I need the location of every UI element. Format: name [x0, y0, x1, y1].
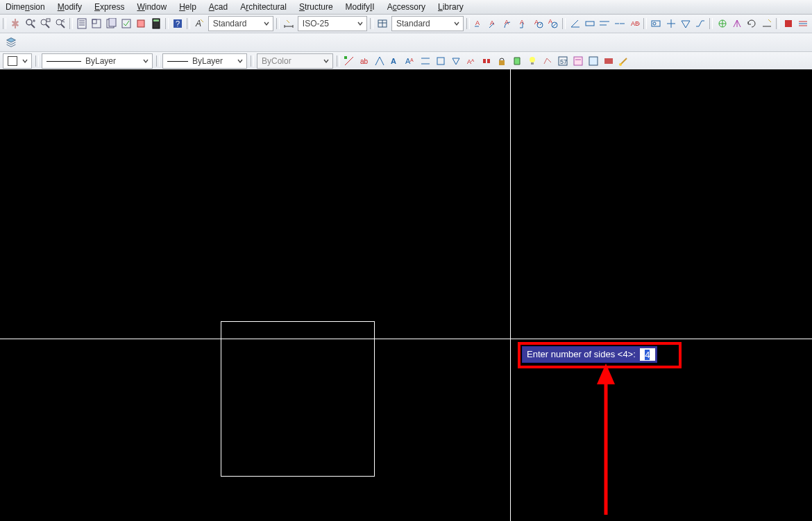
jogged-icon[interactable]	[695, 17, 707, 30]
zoom-realtime-icon[interactable]	[24, 17, 36, 30]
menu-express[interactable]: Express	[94, 2, 124, 12]
svg-point-0	[26, 19, 32, 25]
dim-radius-icon[interactable]: A	[532, 17, 544, 30]
tool-9-icon[interactable]: A^	[465, 55, 477, 67]
tool-14-icon[interactable]	[541, 55, 554, 67]
lineweight-combo[interactable]: ByLayer	[162, 53, 247, 69]
svg-text:?: ?	[176, 19, 180, 28]
tool-5-icon[interactable]: AA	[404, 55, 416, 67]
textstyle-icon[interactable]: A	[193, 17, 205, 30]
layers-stack-icon[interactable]	[3, 35, 19, 50]
divider	[187, 15, 191, 33]
help-icon[interactable]: ?	[171, 17, 183, 30]
divider	[164, 15, 169, 33]
markup-icon[interactable]	[135, 17, 147, 30]
svg-rect-71	[499, 60, 505, 65]
plotstyle-combo[interactable]: ByColor	[257, 53, 333, 69]
zoom-window-icon[interactable]	[40, 17, 51, 30]
tool-17-icon[interactable]	[587, 55, 600, 67]
svg-point-72	[530, 57, 535, 62]
menu-structure[interactable]: Structure	[299, 2, 333, 12]
calc-icon[interactable]	[150, 17, 162, 30]
menubar: Dimension Modify Express Window Help Aca…	[0, 0, 812, 15]
svg-rect-17	[122, 19, 130, 28]
linetype-sample	[46, 61, 81, 62]
tool-12-icon[interactable]	[511, 55, 523, 67]
dim-arc-icon[interactable]: A	[503, 17, 515, 30]
linetype-combo[interactable]: ByLayer	[42, 53, 153, 69]
divider	[709, 15, 713, 33]
dynamic-input-prompt: Enter number of sides <4>:	[522, 346, 657, 363]
color-combo[interactable]	[3, 53, 32, 69]
zoom-previous-icon[interactable]	[54, 17, 66, 30]
dim-linear-icon[interactable]: A	[473, 17, 485, 30]
divider	[643, 15, 648, 33]
tablestyle-combo-text: Standard	[396, 19, 449, 28]
menu-architectural[interactable]: Architectural	[240, 2, 287, 12]
tolerance-icon[interactable]	[650, 17, 662, 30]
center-mark-icon[interactable]	[665, 17, 677, 30]
svg-rect-73	[531, 62, 534, 65]
menu-window[interactable]: Window	[137, 2, 167, 12]
tool-8-icon[interactable]	[450, 55, 462, 67]
toolbar-row-1: ? A Standard ISO-25 Standard A A A A A A…	[0, 15, 812, 33]
dim-quick-icon[interactable]	[584, 17, 595, 30]
dimstyle-icon[interactable]	[282, 17, 294, 30]
dim-diameter-icon[interactable]: A	[548, 17, 559, 30]
divider	[775, 15, 779, 33]
tool-3-icon[interactable]	[373, 55, 386, 67]
tool-16-icon[interactable]	[572, 55, 584, 67]
dimstyle-combo[interactable]: ISO-25	[298, 16, 367, 31]
dynamic-input-field[interactable]	[640, 348, 655, 361]
extra-1-icon[interactable]	[782, 17, 794, 30]
properties-icon[interactable]	[76, 17, 87, 30]
tablestyle-icon[interactable]	[377, 17, 389, 30]
dim-baseline-icon[interactable]	[599, 17, 611, 30]
dim-tedit-icon[interactable]	[731, 17, 743, 30]
dim-angular-icon[interactable]	[569, 17, 581, 30]
dim-edit-icon[interactable]	[716, 17, 728, 30]
svg-line-1	[31, 24, 35, 28]
menu-modify2[interactable]: ModifyII	[346, 2, 375, 12]
tool-4-icon[interactable]: A	[389, 55, 401, 67]
menu-modify[interactable]: Modify	[58, 2, 82, 12]
svg-line-5	[46, 24, 49, 28]
tool-7-icon[interactable]	[434, 55, 447, 67]
dim-ord-icon[interactable]: A	[518, 17, 530, 30]
tool-1-icon[interactable]	[343, 55, 355, 67]
tablestyle-combo[interactable]: Standard	[391, 16, 464, 31]
extra-2-icon[interactable]	[797, 17, 809, 30]
menu-dimension[interactable]: Dimension	[6, 2, 45, 12]
menu-acad[interactable]: Acad	[209, 2, 228, 12]
menu-help[interactable]: Help	[179, 2, 196, 12]
bulb-icon[interactable]	[526, 55, 539, 67]
dim-aligned-icon[interactable]: A	[488, 17, 500, 30]
plotstyle-combo-text: ByColor	[262, 56, 319, 66]
dc-icon[interactable]	[120, 17, 132, 30]
dim-space-icon[interactable]: ABC	[628, 17, 640, 30]
tool-10-icon[interactable]	[480, 55, 493, 67]
toolbar-row-2	[0, 33, 812, 52]
dim-update-icon[interactable]	[746, 17, 758, 30]
svg-rect-42	[586, 22, 594, 26]
menu-accessory[interactable]: Accessory	[387, 2, 425, 12]
sheet-set-icon[interactable]	[90, 17, 102, 30]
inspect-icon[interactable]	[679, 17, 691, 30]
textstyle-combo[interactable]: Standard	[208, 16, 273, 31]
tool-2-icon[interactable]: ab	[358, 55, 371, 67]
tool-palettes-icon[interactable]	[105, 17, 117, 30]
menu-library[interactable]: Library	[438, 2, 464, 12]
svg-line-41	[552, 23, 557, 27]
dim-continue-icon[interactable]	[614, 17, 625, 30]
pan-icon[interactable]	[10, 17, 22, 30]
tool-6-icon[interactable]	[419, 55, 432, 67]
tool-18-icon[interactable]	[602, 55, 615, 67]
svg-rect-67	[437, 58, 444, 65]
dim-style-icon[interactable]	[761, 17, 772, 30]
brush-icon[interactable]	[618, 55, 630, 67]
lock-icon[interactable]	[496, 55, 508, 67]
drawing-canvas[interactable]: Enter number of sides <4>:	[0, 69, 812, 521]
svg-point-4	[41, 19, 46, 25]
tool-15-icon[interactable]: 57	[557, 55, 569, 67]
svg-line-38	[540, 23, 542, 25]
